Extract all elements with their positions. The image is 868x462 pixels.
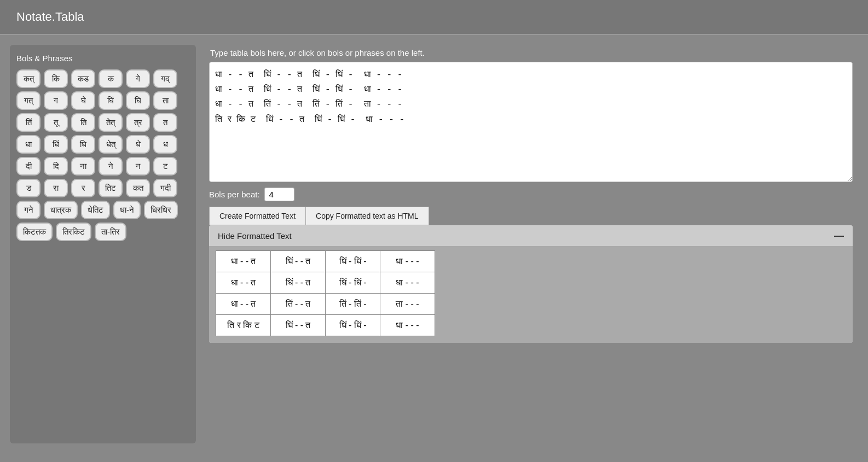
instruction-text: Type tabla bols here, or click on bols o…	[209, 48, 853, 57]
table-cell: धा - - त	[216, 272, 271, 294]
bol-button[interactable]: र	[71, 179, 95, 197]
bol-button[interactable]: घे	[71, 91, 95, 110]
bol-button[interactable]: ति	[71, 113, 95, 132]
bol-button[interactable]: त्र	[126, 113, 150, 132]
bol-button[interactable]: धिरधिर	[144, 201, 178, 219]
formatted-section-header[interactable]: Hide Formatted Text —	[209, 225, 853, 246]
bols-phrases-title: Bols & Phrases	[16, 54, 189, 63]
table-cell: धिं - धिं -	[326, 315, 380, 336]
bol-button[interactable]: कत्	[16, 69, 40, 88]
bol-button[interactable]: दि	[44, 157, 68, 176]
table-cell: तिं - - त	[271, 294, 326, 315]
table-cell: धा - - -	[380, 272, 435, 294]
bol-button[interactable]: तू	[44, 113, 68, 132]
bol-button[interactable]: ने	[99, 157, 123, 176]
create-formatted-text-button[interactable]: Create Formatted Text	[209, 207, 305, 225]
bol-button[interactable]: धात्रक	[44, 201, 78, 219]
right-panel: Type tabla bols here, or click on bols o…	[204, 45, 858, 443]
bols-per-beat-row: Bols per beat:	[209, 188, 853, 201]
bol-button[interactable]: त	[153, 113, 177, 132]
table-cell: तिं - तिं -	[326, 294, 380, 315]
left-panel: Bols & Phrases कत् कि कड क गे गद् गत् ग …	[10, 45, 196, 443]
table-cell: ता - - -	[380, 294, 435, 315]
bols-per-beat-input[interactable]	[264, 188, 294, 201]
bol-button[interactable]: तिट	[99, 179, 123, 197]
table-cell: धा - - -	[380, 315, 435, 336]
app-title: Notate.Tabla	[16, 10, 84, 24]
bol-button[interactable]: घिं	[99, 91, 123, 110]
formatted-section: Hide Formatted Text — धा - - त धिं - - त…	[209, 225, 853, 343]
bol-button[interactable]: न	[126, 157, 150, 176]
table-cell: ति र कि ट	[216, 315, 271, 336]
table-row: धा - - त धिं - - त धिं - धिं - धा - - -	[216, 272, 435, 294]
bol-button[interactable]: गे	[126, 69, 150, 88]
bol-button[interactable]: ता	[153, 91, 177, 110]
copy-formatted-html-button[interactable]: Copy Formatted text as HTML	[305, 207, 429, 225]
bol-button[interactable]: ता-तिर	[95, 223, 126, 241]
bol-button[interactable]: गत्	[16, 91, 40, 110]
action-buttons-row: Create Formatted Text Copy Formatted tex…	[209, 207, 853, 225]
table-row: धा - - त तिं - - त तिं - तिं - ता - - -	[216, 294, 435, 315]
bol-button[interactable]: धेतिट	[81, 201, 110, 219]
table-row: धा - - त धिं - - त धिं - धिं - धा - - -	[216, 251, 435, 272]
app-header: Notate.Tabla	[0, 0, 868, 35]
bol-button[interactable]: ग	[44, 91, 68, 110]
bols-per-beat-label: Bols per beat:	[209, 190, 260, 199]
bol-button[interactable]: रा	[44, 179, 68, 197]
bol-button[interactable]: तेत्	[99, 113, 123, 132]
table-cell: धा - - त	[216, 251, 271, 272]
bol-button[interactable]: कड	[71, 69, 95, 88]
bol-button[interactable]: धे	[126, 135, 150, 154]
table-cell: धिं - - त	[271, 272, 326, 294]
formatted-table: धा - - त धिं - - त धिं - धिं - धा - - - …	[216, 250, 435, 336]
table-cell: धा - - त	[216, 294, 271, 315]
bol-button[interactable]: ध	[153, 135, 177, 154]
bol-button[interactable]: तिरकिट	[56, 223, 91, 241]
bol-button[interactable]: धेत्	[99, 135, 123, 154]
right-inner: Type tabla bols here, or click on bols o…	[204, 45, 858, 443]
bol-button[interactable]: ट	[153, 157, 177, 176]
bols-textarea[interactable]: धा - - त धिं - - त धिं - धिं - धा - - - …	[209, 62, 853, 182]
bol-button[interactable]: कत	[126, 179, 150, 197]
bol-button[interactable]: दी	[16, 157, 40, 176]
bol-button[interactable]: गने	[16, 201, 40, 219]
bol-button[interactable]: कि	[44, 69, 68, 88]
table-row: ति र कि ट धिं - - त धिं - धिं - धा - - -	[216, 315, 435, 336]
bols-grid: कत् कि कड क गे गद् गत् ग घे घिं घि ता ति…	[16, 69, 189, 241]
main-content: Bols & Phrases कत् कि कड क गे गद् गत् ग …	[0, 35, 868, 453]
bol-button[interactable]: गद्	[153, 69, 177, 88]
bol-button[interactable]: धिं	[44, 135, 68, 154]
bol-button[interactable]: गदी	[153, 179, 177, 197]
table-cell: धा - - -	[380, 251, 435, 272]
bol-button[interactable]: तिं	[16, 113, 40, 132]
table-cell: धिं - धिं -	[326, 251, 380, 272]
bol-button[interactable]: ना	[71, 157, 95, 176]
bol-button[interactable]: धा-ने	[113, 201, 141, 219]
bol-button[interactable]: धा	[16, 135, 40, 154]
bol-button[interactable]: क	[99, 69, 123, 88]
collapse-icon: —	[834, 231, 844, 241]
table-cell: धिं - धिं -	[326, 272, 380, 294]
hide-formatted-text-label: Hide Formatted Text	[218, 231, 292, 241]
table-cell: धिं - - त	[271, 315, 326, 336]
table-cell: धिं - - त	[271, 251, 326, 272]
bol-button[interactable]: धि	[71, 135, 95, 154]
bol-button[interactable]: किटतक	[16, 223, 53, 241]
bol-button[interactable]: ड	[16, 179, 40, 197]
bol-button[interactable]: घि	[126, 91, 150, 110]
formatted-table-wrapper: धा - - त धिं - - त धिं - धिं - धा - - - …	[209, 246, 853, 343]
